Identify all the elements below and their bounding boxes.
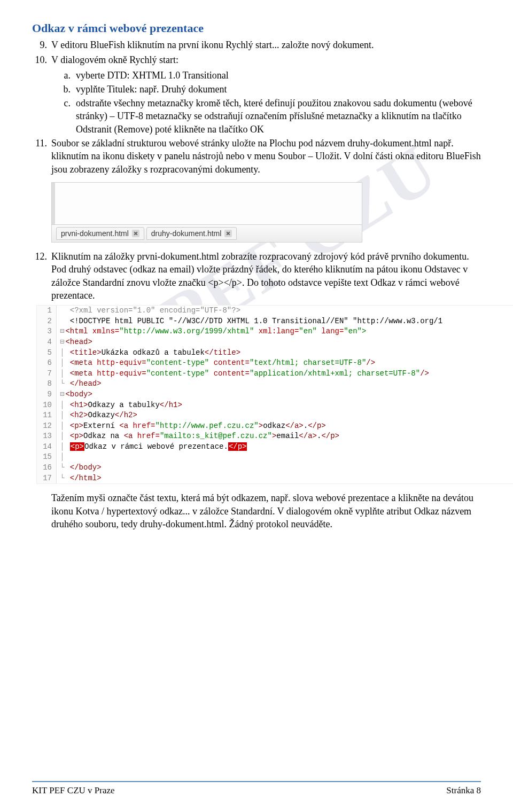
footer-left: KIT PEF CZU v Praze <box>32 785 115 796</box>
close-icon[interactable] <box>132 230 139 237</box>
sub-text: vyplňte Titulek: např. Druhý dokument <box>76 84 227 95</box>
sub-letter: c. <box>60 97 76 110</box>
sub-item-c: c.odstraňte všechny metaznačky kromě těc… <box>76 97 481 136</box>
list-item-10: 10.V dialogovém okně Rychlý start: <box>51 53 481 66</box>
list-num: 11. <box>32 137 51 150</box>
paragraph-after-12: Tažením myši označte část textu, která m… <box>51 491 481 530</box>
list-text: Soubor se základní strukturou webové str… <box>51 138 481 175</box>
tab-label: druhy-dokument.html <box>151 229 222 238</box>
list-num: 12. <box>32 250 51 263</box>
section-heading: Odkaz v rámci webové prezentace <box>32 21 481 35</box>
sub-letter: b. <box>60 83 76 96</box>
page-footer: KIT PEF CZU v Praze Stránka 8 <box>32 781 481 796</box>
sub-item-b: b.vyplňte Titulek: např. Druhý dokument <box>76 83 481 96</box>
sub-text: odstraňte všechny metaznačky kromě těch,… <box>76 98 472 135</box>
list-num: 9. <box>32 38 51 51</box>
close-icon[interactable] <box>224 230 232 237</box>
editor-tabs-screenshot: prvni-dokument.html druhy-dokument.html <box>51 182 362 243</box>
list-item-12: 12.Kliknutím na záložky prvni-dokument.h… <box>51 250 481 302</box>
tab-label: prvni-dokument.html <box>61 229 129 238</box>
list-text: V editoru BlueFish kliknutím na první ik… <box>51 40 374 50</box>
list-text: V dialogovém okně Rychlý start: <box>51 54 178 65</box>
footer-right: Stránka 8 <box>446 785 481 796</box>
list-num: 10. <box>32 53 51 66</box>
sub-item-a: a.vyberte DTD: XHTML 1.0 Transitional <box>76 69 481 82</box>
code-editor-screenshot: 1 <?xml version="1.0" encoding="UTF-8"?>… <box>36 305 513 484</box>
sub-letter: a. <box>60 69 76 82</box>
sub-text: vyberte DTD: XHTML 1.0 Transitional <box>76 70 229 81</box>
list-item-11: 11.Soubor se základní strukturou webové … <box>51 137 481 176</box>
list-item-9: 9.V editoru BlueFish kliknutím na první … <box>51 38 481 51</box>
tab-prvni-dokument[interactable]: prvni-dokument.html <box>56 227 144 240</box>
list-text: Kliknutím na záložky prvni-dokument.html… <box>51 251 469 301</box>
tab-druhy-dokument[interactable]: druhy-dokument.html <box>146 227 237 240</box>
